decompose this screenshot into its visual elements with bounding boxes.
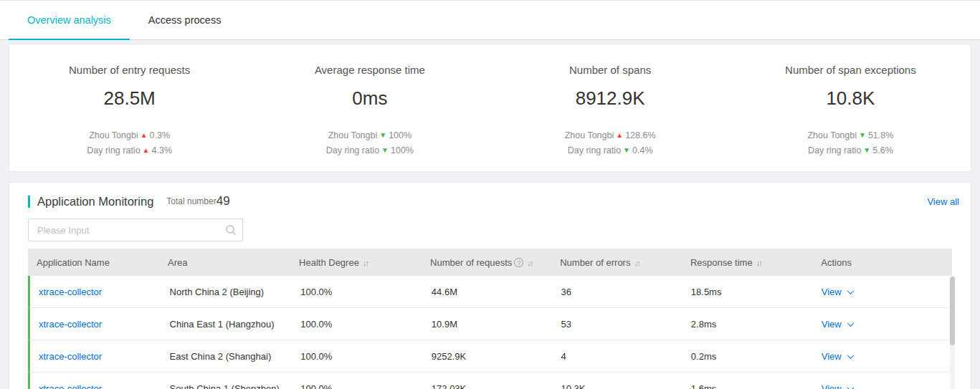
tab-overview-analysis[interactable]: Overview analysis [9,1,130,39]
column-header-health-degree[interactable]: Health Degree [290,257,422,268]
stats-panel: Number of entry requests 28.5M Zhou Tong… [9,44,971,172]
scrollbar-thumb[interactable] [950,277,955,345]
stat-value: 8912.9K [490,87,731,110]
stat-title: Number of entry requests [9,64,249,76]
column-header-response-time[interactable]: Response time [682,257,812,268]
cell-health-degree: 100.0% [292,351,423,362]
view-all-link[interactable]: View all [927,196,959,207]
tab-overview-analysis-label: Overview analysis [27,14,111,26]
search-icon[interactable] [225,224,237,236]
tab-access-process[interactable]: Access process [130,1,240,39]
cell-actions: View [813,351,952,362]
cell-application-name: xtrace-collector [30,351,161,362]
cell-response-time: 1.6ms [682,383,813,389]
page: Overview analysis Access process Number … [0,1,980,389]
applications-table: Application Name Area Health Degree Numb… [28,249,952,389]
sort-icon[interactable] [363,259,368,267]
change-value: 51.8% [868,130,893,140]
table-row: xtrace-collector South China 1 (Shenzhen… [28,373,952,389]
trend-arrow-icon [859,128,866,143]
column-label: Actions [821,257,852,268]
change-label: Zhou Tongbi [565,130,614,140]
application-link[interactable]: xtrace-collector [39,383,102,389]
stat-avg-response-time: Average response time 0ms Zhou Tongbi100… [249,64,490,158]
trend-arrow-icon [616,128,623,143]
change-label: Day ring ratio [568,145,621,155]
cell-number-of-requests: 9252.9K [423,351,553,362]
column-header-actions: Actions [812,257,952,268]
view-label: View [822,319,842,330]
trend-arrow-icon [381,143,389,158]
application-link[interactable]: xtrace-collector [39,287,102,297]
total-number-label: Total number [166,196,216,206]
change-label: Day ring ratio [326,145,379,155]
chevron-down-icon [847,352,854,359]
change-value: 100% [391,145,414,155]
view-action-link[interactable]: View [822,383,853,389]
help-icon[interactable] [514,258,523,267]
cell-health-degree: 100.0% [292,319,423,330]
cell-number-of-errors: 36 [553,287,682,297]
change-value: 4.3% [152,145,173,155]
stat-day-change: Day ring ratio0.4% [490,143,731,158]
view-action-link[interactable]: View [822,319,853,330]
stat-week-change: Zhou Tongbi128.6% [490,128,731,143]
cell-number-of-requests: 10.9M [423,319,553,330]
stat-title: Number of span exceptions [731,64,971,76]
cell-actions: View [813,383,952,389]
chevron-down-icon [847,320,854,327]
sort-icon[interactable] [756,259,761,267]
cell-health-degree: 100.0% [292,287,423,297]
view-action-link[interactable]: View [822,351,853,362]
cell-response-time: 18.5ms [682,287,813,297]
column-label: Application Name [37,257,110,268]
stat-entry-requests: Number of entry requests 28.5M Zhou Tong… [9,64,249,158]
search-input[interactable] [28,218,243,241]
column-label: Response time [690,257,753,268]
cell-number-of-errors: 4 [553,351,682,362]
total-number-value: 49 [217,194,230,208]
table-row: xtrace-collector North China 2 (Beijing)… [28,276,952,308]
trend-arrow-icon [141,128,148,143]
table-scrollbar[interactable] [950,277,955,389]
view-label: View [822,351,842,362]
column-header-number-of-errors[interactable]: Number of errors [551,257,682,268]
change-label: Zhou Tongbi [328,130,378,140]
cell-application-name: xtrace-collector [30,319,161,330]
cell-number-of-requests: 44.6M [423,287,553,297]
tab-access-process-label: Access process [148,14,222,26]
change-value: 128.6% [625,130,655,140]
application-monitoring-panel: Application Monitoring Total number 49 V… [9,182,971,389]
change-label: Zhou Tongbi [89,130,138,140]
change-value: 100% [389,130,411,140]
stat-day-change: Day ring ratio100% [249,143,490,158]
monitoring-header: Application Monitoring Total number 49 V… [9,183,971,208]
stat-title: Average response time [249,64,490,76]
search-box [28,218,243,241]
cell-number-of-errors: 10.3K [553,383,682,389]
chevron-down-icon [847,287,854,294]
cell-application-name: xtrace-collector [30,383,161,389]
chevron-down-icon [847,384,854,389]
application-link[interactable]: xtrace-collector [39,351,102,362]
application-link[interactable]: xtrace-collector [39,319,102,330]
cell-area: East China 2 (Shanghai) [161,351,292,362]
sort-icon[interactable] [527,259,532,267]
cell-response-time: 2.8ms [682,319,813,330]
table-row: xtrace-collector China East 1 (Hangzhou)… [28,308,952,340]
column-header-number-of-requests[interactable]: Number of requests [422,257,551,268]
column-label: Health Degree [299,257,359,268]
change-label: Zhou Tongbi [807,130,857,140]
change-value: 5.6% [872,145,893,155]
cell-area: China East 1 (Hangzhou) [161,319,292,330]
trend-arrow-icon [863,143,870,158]
view-action-link[interactable]: View [822,287,853,297]
stat-week-change: Zhou Tongbi100% [249,128,490,143]
view-label: View [822,287,842,297]
cell-area: North China 2 (Beijing) [161,287,292,297]
cell-actions: View [813,287,952,297]
change-label: Day ring ratio [808,145,861,155]
change-value: 0.3% [150,130,171,140]
table-row: xtrace-collector East China 2 (Shanghai)… [28,340,952,373]
sort-icon[interactable] [634,259,639,267]
